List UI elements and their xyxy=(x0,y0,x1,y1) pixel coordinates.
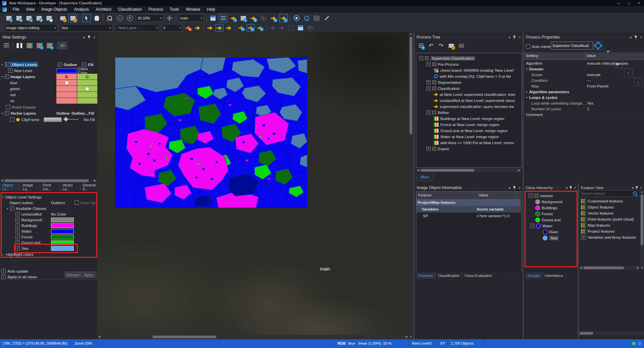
zoom-level-select[interactable]: 33.33%▾ xyxy=(136,14,163,22)
redo-icon[interactable]: ↷ xyxy=(437,41,445,50)
close-icon[interactable]: × xyxy=(640,36,642,39)
pt-node-11[interactable]: Forest at New Level: merge region xyxy=(434,122,499,127)
pin-icon[interactable] xyxy=(88,36,91,39)
search-feature-input[interactable] xyxy=(580,191,633,195)
sample-select-icon[interactable] xyxy=(215,24,223,32)
apply-button[interactable]: Apply xyxy=(82,272,96,278)
move-down-icon[interactable]: ↓ xyxy=(634,77,643,86)
new-project-icon[interactable]: + xyxy=(4,14,13,22)
import-scene-icon[interactable]: ➜ xyxy=(35,14,43,22)
cut-object-icon[interactable]: + xyxy=(256,24,264,32)
pt-node-5[interactable]: −Classfication xyxy=(426,85,460,91)
ch-buildings[interactable]: Buildings xyxy=(535,205,557,211)
ols-object-outline[interactable]: Object outline xyxy=(9,200,33,206)
feature-view-vscroll[interactable]: ▲ ▼ xyxy=(640,190,644,270)
pp-row-scope[interactable]: Scope xyxy=(531,72,542,77)
undo-icon[interactable]: ↶ xyxy=(427,41,435,50)
ioi-sp-row[interactable]: SP <?xml version="1.0 xyxy=(416,213,521,219)
execute-stack-icon[interactable]: ● xyxy=(447,41,455,50)
fv-variables[interactable]: VVariables and Array features xyxy=(581,234,636,240)
map-hscroll[interactable]: ◀ ▶ xyxy=(97,335,409,339)
pt-node-8[interactable]: supervised classification: query decisio… xyxy=(434,104,514,109)
toolbar-grip[interactable] xyxy=(1,15,3,21)
clipframe-outline-swatch[interactable] xyxy=(44,117,62,122)
pt-node-1[interactable]: −Pre-Process xyxy=(426,61,459,67)
fv-customized[interactable]: Customized features xyxy=(581,198,623,204)
pan-tool-icon[interactable] xyxy=(92,14,101,22)
status-xy[interactable]: XY xyxy=(440,341,445,345)
classify-object-icon[interactable]: ● xyxy=(247,24,255,32)
open-workspace-icon[interactable]: ▦ xyxy=(45,14,53,22)
pt-node-13[interactable]: Water at New Level: merge region xyxy=(434,134,499,139)
ch-river[interactable]: River xyxy=(543,229,558,235)
discard-button[interactable]: Discard xyxy=(65,272,81,278)
status-level[interactable]: New Level/1 xyxy=(412,341,432,345)
ioi-col-value[interactable]: Value xyxy=(479,193,488,197)
menu-process[interactable]: Process xyxy=(145,7,166,12)
chevron-down-icon[interactable]: ▾ xyxy=(566,186,568,190)
radio-r-blue[interactable] xyxy=(65,81,69,85)
close-button[interactable]: × xyxy=(634,1,644,5)
menu-image-objects[interactable]: Image Objects xyxy=(38,7,70,12)
menu-analysis[interactable]: Analysis xyxy=(71,7,93,12)
close-icon[interactable]: × xyxy=(519,36,521,39)
zoom-out-icon[interactable]: − xyxy=(115,14,124,22)
ols-draw-skeleton[interactable]: Draw Skeleton xyxy=(74,200,97,206)
pixel-view-icon[interactable]: ⊘ xyxy=(259,14,268,22)
pp-row-domain[interactable]: ▾Domain xyxy=(526,66,543,72)
swatch-buildings[interactable] xyxy=(51,223,74,228)
delete-levels-icon[interactable] xyxy=(457,41,466,50)
pp-row-loop-while[interactable]: Loop while something change... xyxy=(531,100,585,106)
show-scene-icon[interactable]: ● xyxy=(58,14,67,22)
pp-row-map[interactable]: Map xyxy=(531,83,539,89)
save-project-icon[interactable]: ● xyxy=(14,14,23,22)
split-view-icon[interactable] xyxy=(209,14,217,22)
pt-node-4[interactable]: +Segmentation xyxy=(426,79,462,85)
pt-node-2[interactable]: chess board: 9999999 creating 'New Level… xyxy=(434,67,514,73)
chevron-down-icon[interactable]: ▾ xyxy=(630,36,632,39)
toolbar-grip[interactable] xyxy=(79,15,80,21)
auto-name-checkbox[interactable]: Auto name xyxy=(526,44,551,49)
radio-g-green[interactable] xyxy=(85,87,89,91)
merge-objects-icon[interactable]: ● xyxy=(237,24,245,32)
layer-row-blue[interactable]: blue xyxy=(10,80,17,85)
pt-node-7[interactable]: unclassified at New Level: supervised cl… xyxy=(434,98,515,103)
new-level-row[interactable]: ✓New Level xyxy=(8,68,32,73)
rotate-scene-icon[interactable]: ⟳ xyxy=(306,24,314,32)
menu-classification[interactable]: Classification xyxy=(115,7,145,12)
pp-row-loops[interactable]: ▾Loops & cycles xyxy=(526,95,557,100)
chevron-down-icon[interactable]: ▾ xyxy=(83,36,85,39)
measure-icon[interactable] xyxy=(322,14,331,22)
slider-thumb[interactable] xyxy=(63,117,69,122)
status-band[interactable]: blue xyxy=(348,341,355,345)
layer-row-nir[interactable]: nir xyxy=(10,98,14,104)
add-scene-icon[interactable]: + xyxy=(24,14,33,22)
pp-row-condition[interactable]: Condition xyxy=(531,77,548,83)
feature-view-hscroll[interactable]: ◀ ▶ xyxy=(579,266,640,270)
swatch-sea[interactable] xyxy=(51,246,74,251)
ch-background[interactable]: Background xyxy=(535,199,562,205)
pt-node-14[interactable]: with Area <= 1000 Pxl at New Level: remo… xyxy=(434,140,514,146)
tab-vector-layers[interactable]: Vector La... xyxy=(60,184,80,190)
status-stretch[interactable]: linear (1.00%) xyxy=(358,341,381,345)
view-settings-icon[interactable] xyxy=(219,14,227,22)
tab-point-clouds[interactable]: Point Clo... xyxy=(40,184,60,190)
pp-row-comment[interactable]: Comment xyxy=(526,112,543,117)
ols-available-classes[interactable]: ▾ ✓Available Classes xyxy=(7,206,46,211)
ols-outlines-value[interactable]: Outlines xyxy=(51,200,65,206)
menu-architect[interactable]: Architect xyxy=(92,7,115,12)
3d-view-button[interactable]: 3D xyxy=(58,42,67,49)
show-outlines-icon[interactable]: + xyxy=(279,14,288,22)
show-layers-icon[interactable]: ● xyxy=(68,14,77,22)
tab-features[interactable]: Features xyxy=(416,272,435,279)
ols-class-grassland[interactable]: ✓GrassLand xyxy=(15,240,40,245)
tab-classification[interactable]: Classification xyxy=(435,272,462,279)
algorithm-settings-icon[interactable] xyxy=(594,41,602,50)
image-layers-row[interactable]: ▾ ✓Image Layers xyxy=(1,74,35,79)
update-view-icon[interactable]: ↻ xyxy=(249,14,258,22)
menu-file[interactable]: File xyxy=(9,7,22,12)
search-icon[interactable] xyxy=(633,191,637,195)
menu-tools[interactable]: Tools xyxy=(166,7,182,12)
pin-icon[interactable] xyxy=(513,36,516,39)
pin-icon[interactable] xyxy=(513,186,516,190)
